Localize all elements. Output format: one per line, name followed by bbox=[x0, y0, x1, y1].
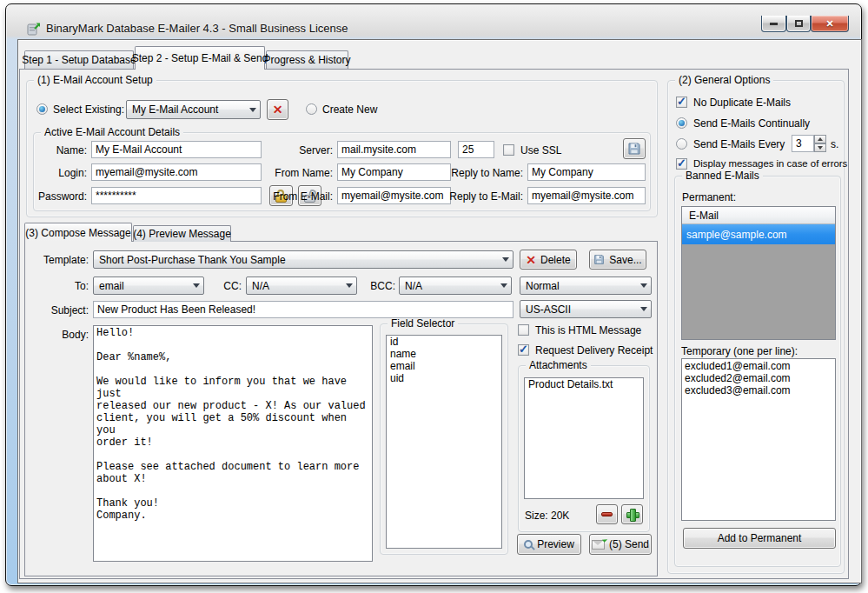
app-icon bbox=[27, 21, 42, 36]
chevron-down-icon bbox=[497, 277, 511, 294]
envelope-icon bbox=[592, 540, 605, 550]
login-label: Login: bbox=[31, 167, 87, 179]
tab-step2-setup-email-send[interactable]: Step 2 - Setup E-Mail & Send bbox=[135, 46, 265, 70]
permanent-label: Permanent: bbox=[682, 191, 736, 203]
attachments-title: Attachments bbox=[526, 359, 591, 371]
reply-to-email-field[interactable] bbox=[527, 187, 646, 204]
to-combobox[interactable]: email bbox=[93, 277, 204, 295]
grid-column-header[interactable]: E-Mail bbox=[682, 207, 835, 224]
password-label: Password: bbox=[31, 190, 87, 203]
display-errors-label: Display messages in case of errors bbox=[693, 158, 847, 169]
subject-field[interactable] bbox=[93, 301, 514, 318]
temporary-label: Temporary (one per line): bbox=[681, 345, 798, 357]
body-label: Body: bbox=[35, 329, 89, 341]
html-message-label: This is HTML Message bbox=[535, 324, 641, 336]
minus-icon bbox=[601, 512, 613, 516]
temporary-banned-textarea[interactable]: excluded1@email.com excluded2@email.com … bbox=[681, 358, 836, 521]
password-field[interactable] bbox=[91, 187, 262, 204]
reply-to-name-label: Reply to Name: bbox=[436, 167, 523, 179]
chevron-down-icon bbox=[637, 301, 651, 317]
delete-account-button[interactable]: ✕ bbox=[267, 99, 288, 120]
chevron-down-icon bbox=[637, 277, 651, 294]
select-existing-label: Select Existing: bbox=[53, 103, 124, 116]
maximize-icon bbox=[795, 20, 803, 27]
no-duplicates-checkbox[interactable] bbox=[676, 97, 687, 108]
display-errors-checkbox[interactable] bbox=[676, 158, 687, 170]
send-every-radio[interactable] bbox=[676, 138, 687, 150]
server-field[interactable] bbox=[337, 141, 451, 158]
list-item[interactable]: Product Details.txt bbox=[525, 378, 643, 390]
tab-preview-message[interactable]: (4) Preview Message bbox=[133, 225, 231, 242]
from-name-field[interactable] bbox=[337, 163, 451, 181]
floppy-disk-icon bbox=[627, 142, 641, 156]
send-button[interactable]: (5) Send bbox=[589, 534, 652, 555]
tab-progress-history[interactable]: Progress & History bbox=[266, 50, 348, 69]
tab-step1-setup-database[interactable]: Step 1 - Setup Database bbox=[24, 50, 134, 69]
chevron-down-icon bbox=[499, 251, 513, 268]
spinner-up-icon[interactable] bbox=[814, 135, 826, 143]
table-row[interactable]: sample@sample.com bbox=[682, 224, 835, 244]
close-button[interactable]: ✕ bbox=[811, 16, 849, 32]
save-account-button[interactable] bbox=[623, 138, 646, 159]
plus-icon bbox=[626, 509, 638, 520]
create-new-radio[interactable] bbox=[306, 103, 317, 115]
subject-label: Subject: bbox=[35, 304, 89, 316]
list-item[interactable]: id bbox=[387, 336, 501, 348]
reply-to-name-field[interactable] bbox=[527, 163, 646, 181]
chevron-down-icon bbox=[189, 277, 203, 294]
bcc-label: BCC: bbox=[361, 280, 395, 292]
list-item[interactable]: uid bbox=[387, 372, 501, 384]
encoding-combobox[interactable]: US-ASCII bbox=[520, 300, 652, 318]
remove-attachment-button[interactable] bbox=[596, 504, 618, 524]
template-combobox[interactable]: Short Post-Purchase Thank You Sample bbox=[93, 250, 514, 269]
account-details-title: Active E-Mail Account Details bbox=[41, 126, 183, 138]
minimize-icon bbox=[770, 23, 778, 25]
use-ssl-label: Use SSL bbox=[520, 144, 561, 157]
seconds-suffix-label: s. bbox=[831, 138, 838, 150]
attachments-list[interactable]: Product Details.txt bbox=[524, 377, 644, 499]
spinner-down-icon[interactable] bbox=[814, 143, 826, 152]
template-label: Template: bbox=[35, 254, 89, 266]
magnifier-icon bbox=[524, 540, 533, 549]
priority-combobox[interactable]: Normal bbox=[520, 277, 652, 295]
delete-template-button[interactable]: ✕Delete bbox=[520, 250, 577, 270]
minimize-button[interactable] bbox=[761, 16, 786, 32]
bcc-combobox[interactable]: N/A bbox=[399, 277, 512, 295]
add-attachment-button[interactable] bbox=[621, 504, 643, 524]
list-item[interactable]: name bbox=[387, 348, 501, 360]
save-template-button[interactable]: Save... bbox=[589, 250, 646, 270]
cc-combobox[interactable]: N/A bbox=[246, 277, 357, 295]
from-email-field[interactable] bbox=[337, 187, 451, 204]
floppy-disk-icon bbox=[593, 254, 605, 265]
chevron-down-icon bbox=[342, 277, 356, 294]
tab-compose-message[interactable]: (3) Compose Message bbox=[24, 223, 132, 242]
create-new-label: Create New bbox=[322, 103, 377, 116]
from-email-label: From E-Mail: bbox=[246, 190, 333, 203]
to-label: To: bbox=[35, 280, 89, 292]
html-message-checkbox[interactable] bbox=[518, 324, 529, 336]
body-textarea[interactable]: Hello! Dear %name%, We would like to inf… bbox=[93, 325, 373, 562]
send-every-label: Send E-Mails Every bbox=[693, 138, 785, 150]
server-label: Server: bbox=[246, 144, 333, 157]
login-field[interactable] bbox=[91, 163, 262, 181]
chevron-down-icon bbox=[246, 101, 260, 118]
interval-field[interactable] bbox=[792, 135, 814, 152]
desktop: BinaryMark Database E-Mailer 4.3 - Small… bbox=[0, 0, 868, 593]
account-name-field[interactable] bbox=[91, 141, 262, 158]
interval-spinner[interactable] bbox=[814, 135, 826, 152]
delivery-receipt-checkbox[interactable] bbox=[518, 344, 529, 356]
window-title: BinaryMark Database E-Mailer 4.3 - Small… bbox=[46, 22, 348, 35]
send-continually-radio[interactable] bbox=[676, 117, 687, 129]
add-to-permanent-button[interactable]: Add to Permanent bbox=[683, 528, 836, 549]
maximize-button[interactable] bbox=[786, 16, 811, 32]
email-account-setup-title: (1) E-Mail Account Setup bbox=[34, 74, 156, 86]
preview-button[interactable]: Preview bbox=[517, 534, 581, 555]
list-item[interactable]: email bbox=[387, 360, 501, 372]
account-combobox[interactable]: My E-Mail Account bbox=[126, 100, 261, 119]
select-existing-radio[interactable] bbox=[36, 103, 48, 115]
use-ssl-checkbox[interactable] bbox=[503, 144, 514, 156]
field-selector-list[interactable]: id name email uid bbox=[386, 335, 502, 549]
port-field[interactable] bbox=[458, 141, 494, 158]
permanent-banned-grid[interactable]: E-Mail sample@sample.com bbox=[681, 206, 836, 340]
field-selector-title: Field Selector bbox=[388, 317, 458, 330]
